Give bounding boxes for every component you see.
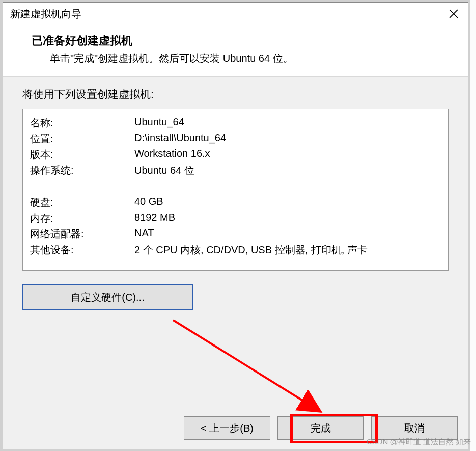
wizard-body: 将使用下列设置创建虚拟机: 名称:Ubuntu_64 位置:D:\install… [3,77,468,407]
summary-row: 操作系统:Ubuntu 64 位 [30,164,441,177]
summary-row: 版本:Workstation 16.x [30,148,441,162]
summary-key: 其他设备: [30,243,134,257]
close-icon [449,9,458,18]
summary-value: 2 个 CPU 内核, CD/DVD, USB 控制器, 打印机, 声卡 [134,243,441,257]
summary-value: 8192 MB [134,211,441,225]
summary-value: D:\install\Ubuntu_64 [134,132,441,146]
summary-row: 名称:Ubuntu_64 [30,116,441,130]
summary-value: NAT [134,227,441,241]
settings-summary-box: 名称:Ubuntu_64 位置:D:\install\Ubuntu_64 版本:… [22,109,449,271]
summary-key: 硬盘: [30,196,134,209]
summary-row: 其他设备:2 个 CPU 内核, CD/DVD, USB 控制器, 打印机, 声… [30,243,441,257]
summary-key: 网络适配器: [30,227,134,241]
summary-value: Workstation 16.x [134,148,441,162]
customize-hardware-button[interactable]: 自定义硬件(C)... [22,285,193,309]
cancel-button[interactable]: 取消 [371,416,458,440]
close-button[interactable] [446,7,461,21]
finish-button[interactable]: 完成 [277,416,364,440]
summary-row: 网络适配器:NAT [30,227,441,241]
settings-intro: 将使用下列设置创建虚拟机: [22,87,449,101]
summary-row: 内存:8192 MB [30,211,441,225]
summary-value: Ubuntu_64 [134,116,441,130]
summary-value: 40 GB [134,196,441,209]
summary-key: 内存: [30,211,134,225]
wizard-header: 已准备好创建虚拟机 单击"完成"创建虚拟机。然后可以安装 Ubuntu 64 位… [3,24,468,77]
summary-key: 名称: [30,116,134,130]
back-button[interactable]: < 上一步(B) [184,416,270,440]
summary-row: 位置:D:\install\Ubuntu_64 [30,132,441,146]
titlebar: 新建虚拟机向导 [3,3,468,24]
summary-key: 位置: [30,132,134,146]
summary-key: 版本: [30,148,134,162]
new-vm-wizard-dialog: 新建虚拟机向导 已准备好创建虚拟机 单击"完成"创建虚拟机。然后可以安装 Ubu… [3,2,468,449]
wizard-header-subtitle: 单击"完成"创建虚拟机。然后可以安装 Ubuntu 64 位。 [32,51,447,65]
wizard-footer: < 上一步(B) 完成 取消 [3,407,468,449]
summary-row: 硬盘:40 GB [30,196,441,209]
background-edge [470,0,476,451]
dialog-title: 新建虚拟机向导 [10,7,81,21]
summary-key: 操作系统: [30,164,134,177]
summary-value: Ubuntu 64 位 [134,164,441,177]
wizard-header-title: 已准备好创建虚拟机 [32,33,447,48]
